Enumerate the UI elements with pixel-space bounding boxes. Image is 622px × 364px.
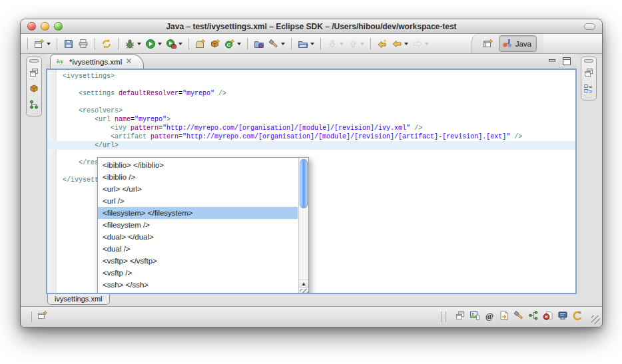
close-window-button[interactable] [27, 22, 36, 31]
console-view-icon [557, 310, 568, 321]
autocomplete-item[interactable]: <ibiblio /> [98, 171, 298, 183]
toolbar-separator [95, 38, 95, 50]
scroll-up-button[interactable]: ▲ [299, 279, 308, 288]
dropdown-arrow-icon[interactable] [425, 43, 429, 45]
forward-button[interactable] [411, 36, 430, 52]
minimize-editor-button[interactable] [547, 56, 557, 66]
new-package-button[interactable] [208, 36, 222, 52]
outline-view-button[interactable] [582, 82, 595, 97]
annotation-ruler[interactable] [47, 70, 57, 293]
fast-view-add-button[interactable] [36, 309, 49, 324]
print-button[interactable] [77, 36, 90, 52]
hierarchy-view-button[interactable] [527, 309, 540, 324]
java-perspective-label: Java [515, 40, 531, 48]
autocomplete-item[interactable]: <dual> </dual> [98, 231, 298, 243]
dropdown-arrow-icon[interactable] [47, 43, 51, 45]
autocomplete-item[interactable]: <url /> [98, 195, 298, 207]
dropdown-arrow-icon[interactable] [340, 43, 344, 45]
view-stack-handle[interactable] [29, 59, 39, 63]
open-perspective-button[interactable] [481, 37, 495, 51]
dropdown-arrow-icon[interactable] [404, 43, 408, 45]
title-bar[interactable]: Java – test/ivysettings.xml – Eclipse SD… [21, 19, 602, 34]
toolbar-toggle-lozenge[interactable] [584, 23, 595, 30]
autocomplete-item[interactable]: <url> </url> [98, 183, 298, 195]
editor-tab-ivysettings[interactable]: ivy *ivysettings.xml [50, 54, 144, 69]
package-explorer-view-button[interactable] [27, 82, 41, 97]
toolbar-separator [27, 38, 28, 50]
run-button[interactable] [144, 36, 163, 52]
last-edit-location-button[interactable] [376, 36, 389, 52]
window-resize-grip[interactable] [591, 315, 600, 324]
debug-button[interactable] [123, 36, 143, 52]
save-button[interactable] [62, 36, 75, 52]
next-annotation-button[interactable] [326, 36, 345, 52]
javadoc-view-button[interactable]: @ [483, 309, 496, 324]
autocomplete-item[interactable]: <ssh> </ssh> [98, 279, 298, 291]
java-perspective-button[interactable]: J Java [499, 35, 537, 52]
view-stack-handle[interactable] [584, 59, 593, 63]
close-icon [125, 57, 133, 65]
editor-area: ivy *ivysettings.xml <ivysettings> <sett… [46, 54, 577, 306]
ivy-resolve-button[interactable] [100, 36, 113, 52]
declaration-view-button[interactable] [497, 309, 511, 324]
restore-views-button[interactable] [454, 309, 467, 324]
prev-annotation-button[interactable] [346, 36, 366, 52]
svg-text:J: J [506, 37, 510, 45]
toolbar-separator [118, 38, 119, 50]
zoom-window-button[interactable] [54, 22, 63, 31]
maximize-editor-icon [561, 56, 572, 67]
restore-views-icon [29, 67, 39, 78]
new-java-project-button[interactable] [194, 36, 207, 52]
restore-views-button[interactable] [27, 66, 41, 81]
scrollbar-thumb[interactable] [300, 159, 308, 208]
autocomplete-item[interactable]: <vsftp> </vsftp> [98, 255, 298, 267]
source-page-tab[interactable]: ivysettings.xml [47, 294, 110, 305]
toolbar-separator [291, 38, 292, 50]
dropdown-arrow-icon[interactable] [281, 43, 285, 45]
editor-tab-label: *ivysettings.xml [69, 58, 122, 66]
xml-editor[interactable]: <ivysettings> <settings defaultResolver=… [46, 69, 577, 294]
restore-views-button[interactable] [582, 66, 595, 81]
code-line [57, 81, 575, 89]
problems-view-icon [543, 310, 553, 321]
maximize-editor-button[interactable] [561, 56, 571, 66]
run-external-button[interactable] [164, 36, 184, 52]
open-type-button[interactable] [252, 36, 266, 52]
popup-resize-grip[interactable] [300, 289, 308, 294]
ivy-resolve-icon [101, 39, 112, 49]
perspective-switcher: J Java [471, 34, 543, 53]
new-java-project-icon [195, 39, 206, 49]
open-resource-button[interactable] [296, 36, 316, 52]
back-button[interactable] [390, 36, 410, 52]
code-line: <ivysettings> [57, 72, 575, 81]
new-wizard-button[interactable] [33, 36, 52, 52]
search-view-button[interactable] [512, 309, 525, 324]
autocomplete-scrollbar[interactable]: ▲ ▼ [298, 158, 308, 294]
svg-text:ivy: ivy [57, 58, 63, 65]
autocomplete-item[interactable]: <ibiblio> </ibiblio> [98, 159, 298, 171]
type-hierarchy-view-button[interactable] [27, 98, 41, 113]
dropdown-arrow-icon[interactable] [310, 43, 314, 45]
dropdown-arrow-icon[interactable] [178, 43, 182, 45]
minimize-window-button[interactable] [41, 22, 49, 31]
autocomplete-item[interactable]: <filesystem> </filesystem> [98, 207, 298, 219]
right-fast-view-bar [581, 57, 597, 100]
dropdown-arrow-icon[interactable] [158, 43, 162, 45]
dropdown-arrow-icon[interactable] [237, 43, 241, 45]
console-view-button[interactable] [556, 309, 569, 324]
autocomplete-item[interactable]: <vsftp /> [98, 267, 298, 279]
autocomplete-item[interactable]: <dual /> [98, 243, 298, 255]
editor-tab-bar: ivy *ivysettings.xml [46, 54, 577, 69]
bottom-fast-view-tray: @ [442, 309, 585, 324]
new-class-button[interactable]: C [223, 36, 242, 52]
ivy-report-view-button[interactable] [468, 309, 481, 324]
ivy-report-view-icon [469, 310, 480, 321]
progress-view-button[interactable] [571, 309, 584, 324]
dropdown-arrow-icon[interactable] [137, 43, 141, 45]
left-fast-view-bar [26, 57, 42, 116]
dropdown-arrow-icon[interactable] [360, 43, 364, 45]
search-button[interactable] [267, 36, 286, 52]
workbench-area: ivy *ivysettings.xml <ivysettings> <sett… [21, 54, 602, 306]
autocomplete-item[interactable]: <filesystem /> [98, 219, 298, 231]
problems-view-button[interactable] [541, 309, 555, 324]
